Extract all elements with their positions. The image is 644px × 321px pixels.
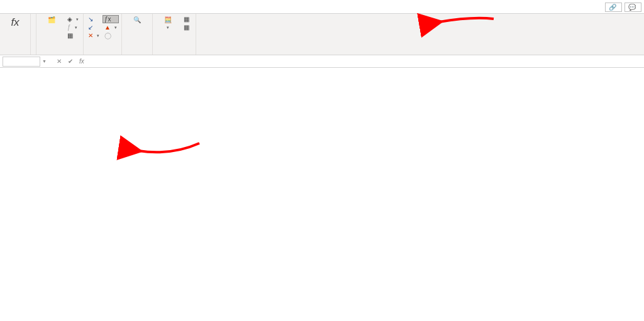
formula-input[interactable] [87, 61, 644, 62]
err-icon: ▲ [104, 24, 111, 31]
name-manager-icon: 🗂️ [48, 16, 55, 23]
define-name-button[interactable]: ◈ [65, 15, 80, 23]
calc-options-button[interactable]: 🧮 [155, 15, 180, 31]
defnames-label [39, 53, 80, 55]
show-formulas-button[interactable]: ƒx [103, 15, 119, 23]
share-bar: 🔗 💬 [605, 0, 641, 14]
define-name-icon: ◈ [67, 16, 72, 23]
trace-d-icon: ↙ [88, 24, 93, 31]
formula-bar: ▼ ✕ ✔ fx [0, 55, 644, 68]
error-checking-button[interactable]: ▲ [103, 23, 119, 31]
remove-a-icon: ✕ [88, 32, 93, 39]
fx-icon: fx [11, 16, 19, 29]
cancel-icon[interactable]: ✕ [53, 58, 65, 65]
watch-window-button[interactable]: 🔍 [125, 15, 150, 24]
eval-icon: ◯ [104, 32, 111, 39]
calc-label [155, 53, 193, 55]
namebox-drop-icon[interactable]: ▼ [40, 59, 48, 63]
create-from-selection-button[interactable]: ▦ [65, 31, 80, 40]
calc-sheet-button[interactable]: ▦ [182, 23, 193, 31]
calc-opt-label [167, 24, 169, 31]
insert-function-button[interactable]: fx [3, 15, 28, 30]
comment-icon: 💬 [628, 4, 636, 11]
show-f-icon: ƒx [104, 16, 111, 23]
share-icon: 🔗 [609, 4, 616, 11]
share-button[interactable]: 🔗 [605, 3, 622, 12]
calc-icon: 🧮 [164, 16, 172, 23]
ribbon-tabs [0, 0, 644, 14]
trace-p-icon: ↘ [88, 16, 93, 23]
remove-arrows-button[interactable]: ✕ [86, 31, 101, 40]
calc-sheet-icon: ▦ [184, 24, 189, 31]
evaluate-formula-button[interactable]: ◯ [103, 31, 119, 40]
ribbon: fx 🗂️ ◈ ƒ ▦ ↘ ↙ ✕ ƒx ▲ ◯ 🔍 [0, 14, 644, 55]
trace-precedents-button[interactable]: ↘ [86, 15, 101, 23]
enter-icon[interactable]: ✔ [65, 58, 76, 65]
use-in-formula-button[interactable]: ƒ [65, 23, 80, 31]
name-manager-button[interactable]: 🗂️ [39, 15, 64, 24]
trace-dependents-button[interactable]: ↙ [86, 23, 101, 31]
fx-bar-icon[interactable]: fx [76, 58, 87, 65]
watch-icon: 🔍 [133, 16, 141, 23]
comments-button[interactable]: 💬 [625, 3, 641, 12]
name-box[interactable] [3, 57, 40, 67]
annotation-arrow-2 [133, 137, 203, 165]
create-sel-icon: ▦ [67, 32, 73, 39]
audit-label [86, 53, 119, 55]
calc-now-button[interactable]: ▦ [182, 15, 193, 23]
calc-now-icon: ▦ [184, 16, 189, 23]
use-formula-icon: ƒ [67, 24, 71, 31]
